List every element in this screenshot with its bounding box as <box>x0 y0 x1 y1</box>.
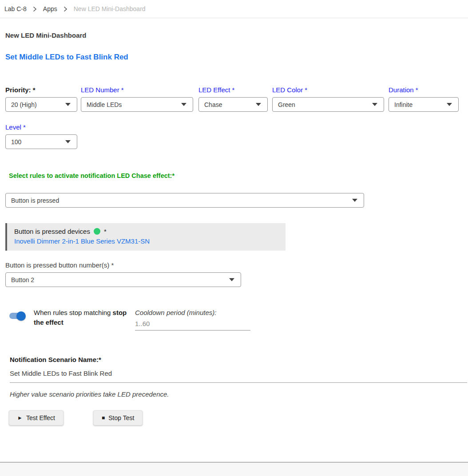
dropdown-arrow-icon <box>352 199 357 202</box>
dropdown-arrow-icon <box>229 278 234 281</box>
led-number-label: LED Number * <box>81 86 193 94</box>
led-number-field: LED Number * Middle LEDs <box>81 86 193 112</box>
level-value: 100 <box>11 138 21 146</box>
led-effect-field: LED Effect * Chase <box>198 86 268 112</box>
test-effect-button[interactable]: ► Test Effect <box>9 410 63 425</box>
rules-heading: Select rules to activate notification LE… <box>9 172 463 179</box>
play-icon: ► <box>17 415 23 421</box>
led-effect-value: Chase <box>204 101 222 108</box>
led-color-select[interactable]: Green <box>272 97 384 112</box>
led-color-label: LED Color * <box>272 86 384 94</box>
duration-select[interactable]: Infinite <box>389 97 459 112</box>
level-field: Level * 100 <box>5 123 77 149</box>
button-numbers-label: Button is pressed button number(s) * <box>5 261 463 269</box>
level-select[interactable]: 100 <box>5 134 77 149</box>
stop-icon: ■ <box>102 415 105 421</box>
cooldown-label: Cooldown period (minutes): <box>135 309 250 316</box>
devices-required-mark: * <box>104 228 107 235</box>
scenario-section-heading[interactable]: Set Middle LEDs to Fast Blink Red <box>5 53 463 62</box>
level-label: Level * <box>5 123 77 131</box>
dropdown-arrow-icon <box>447 103 452 106</box>
stop-test-button[interactable]: ■ Stop Test <box>93 410 143 425</box>
chevron-right-icon <box>63 6 67 12</box>
led-number-value: Middle LEDs <box>87 101 122 108</box>
devices-callout: Button is pressed devices * Inovelli Dim… <box>5 223 286 251</box>
chevron-right-icon <box>33 6 37 12</box>
page-title: New LED Mini-Dashboard <box>5 31 463 39</box>
cooldown-block: Cooldown period (minutes): <box>135 309 250 330</box>
duration-value: Infinite <box>394 101 412 108</box>
dropdown-arrow-icon <box>65 140 71 143</box>
priority-label: Priority: * <box>5 86 77 94</box>
button-numbers-select[interactable]: Button 2 <box>5 272 241 287</box>
device-link[interactable]: Inovelli Dimmer 2-in-1 Blue Series VZM31… <box>14 237 150 245</box>
stop-effect-toggle[interactable] <box>9 311 26 321</box>
stop-test-button-label: Stop Test <box>108 414 134 421</box>
priority-value: 20 (High) <box>11 101 37 108</box>
dropdown-arrow-icon <box>256 103 261 106</box>
footer-bar <box>0 462 468 476</box>
led-settings-row: Priority: * 20 (High) LED Number * Middl… <box>5 86 463 112</box>
duration-field: Duration * Infinite <box>389 86 459 112</box>
cooldown-input[interactable] <box>135 319 250 330</box>
priority-field: Priority: * 20 (High) <box>5 86 77 112</box>
led-effect-label: LED Effect * <box>198 86 268 94</box>
test-effect-button-label: Test Effect <box>26 414 55 421</box>
led-color-field: LED Color * Green <box>272 86 384 112</box>
stop-effect-label-normal: When rules stop matching <box>34 309 113 316</box>
device-online-dot-icon <box>94 228 100 235</box>
breadcrumb-item-current: New LED Mini-Dashboard <box>74 5 146 12</box>
dropdown-arrow-icon <box>181 103 186 106</box>
scenario-name-label: Notification Scenario Name:* <box>10 356 463 363</box>
duration-label: Duration * <box>389 86 459 94</box>
led-effect-select[interactable]: Chase <box>198 97 268 112</box>
stop-effect-label: When rules stop matching stop the effect <box>34 308 131 327</box>
led-number-select[interactable]: Middle LEDs <box>81 97 193 112</box>
dropdown-arrow-icon <box>372 103 377 106</box>
breadcrumb: Lab C-8 Apps New LED Mini-Dashboard <box>0 0 468 18</box>
button-numbers-value: Button 2 <box>11 276 34 283</box>
breadcrumb-item-hub[interactable]: Lab C-8 <box>4 5 27 12</box>
led-color-value: Green <box>278 101 295 108</box>
test-actions: ► Test Effect ■ Stop Test <box>9 410 463 425</box>
priority-select[interactable]: 20 (High) <box>5 97 77 112</box>
devices-label: Button is pressed devices <box>14 228 90 235</box>
priority-note: Higher value scenario priorities take LE… <box>10 390 463 398</box>
rule-type-value: Button is pressed <box>11 197 59 204</box>
rule-type-select[interactable]: Button is pressed <box>5 193 364 208</box>
scenario-name-input[interactable] <box>10 369 467 383</box>
breadcrumb-item-apps[interactable]: Apps <box>43 5 57 12</box>
toggle-thumb <box>16 311 26 321</box>
stop-effect-row: When rules stop matching stop the effect… <box>9 308 463 330</box>
dropdown-arrow-icon <box>65 103 71 106</box>
